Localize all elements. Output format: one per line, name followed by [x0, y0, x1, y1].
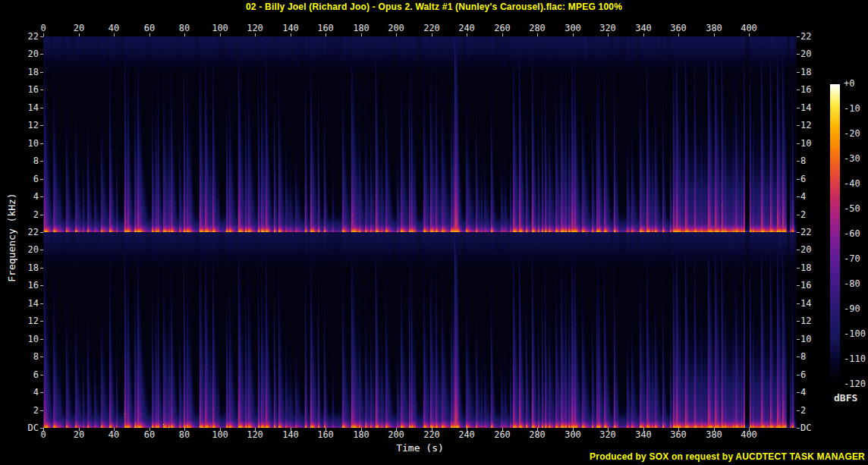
y-axis-tick-label: 18 [17, 263, 39, 273]
colorbar-tick-label: -120 [844, 379, 866, 389]
y-axis-tick [40, 375, 43, 375]
y-axis-tick [797, 125, 800, 126]
y-axis-tick-label: 12 [800, 316, 826, 326]
x-axis-tick-label: 360 [663, 24, 693, 33]
x-axis-tick [43, 33, 44, 36]
x-axis-tick-label: 80 [169, 430, 200, 440]
x-axis-tick [291, 33, 291, 36]
y-axis-tick-label: 10 [17, 139, 39, 149]
x-axis-tick [149, 33, 150, 36]
y-axis-tick [797, 215, 800, 215]
y-axis-tick [40, 285, 43, 286]
y-axis-tick [40, 303, 43, 304]
y-axis-tick [797, 108, 800, 108]
y-axis-tick [40, 36, 43, 37]
y-axis-tick-label: 4 [800, 192, 826, 202]
y-axis-tick [797, 54, 800, 55]
x-axis-tick-label: 320 [593, 430, 623, 440]
y-axis-tick [797, 268, 800, 269]
y-axis-tick-label: 10 [17, 335, 39, 344]
y-axis-tick-label: 4 [17, 192, 39, 202]
x-axis-tick [396, 33, 397, 36]
x-axis-tick-label: 20 [64, 24, 94, 33]
x-axis-tick-label: 280 [522, 430, 552, 440]
x-axis-tick-label: 140 [275, 24, 306, 33]
x-axis-tick-label: 120 [240, 24, 270, 33]
y-axis-tick-label: 22 [800, 32, 826, 42]
x-axis-tick [184, 33, 185, 36]
y-axis-tick-label: DC [17, 423, 39, 433]
y-axis-tick-label: 6 [17, 370, 39, 380]
y-axis-tick-label: 14 [17, 299, 39, 309]
y-axis-tick [40, 215, 43, 215]
y-axis-tick-label: 2 [800, 406, 826, 416]
y-axis-tick [40, 54, 43, 55]
x-axis-tick-label: 380 [699, 24, 729, 33]
x-axis-tick [432, 33, 432, 36]
y-axis-tick-label: 20 [800, 245, 826, 255]
y-axis-tick-label: 2 [17, 406, 39, 416]
y-axis-tick [40, 428, 43, 429]
x-axis-tick-label: 360 [663, 430, 693, 440]
x-axis-tick [467, 33, 467, 36]
y-axis-tick [797, 375, 800, 375]
y-axis-tick-label: 12 [800, 121, 826, 130]
x-axis-tick-label: 220 [417, 24, 447, 33]
x-axis-tick-label: 260 [487, 430, 517, 440]
colorbar-tick-label: -90 [844, 304, 860, 314]
y-axis-tick [40, 357, 43, 357]
y-axis-tick-label: 4 [17, 388, 39, 397]
x-axis-tick [573, 33, 574, 36]
colorbar-tick-label: -50 [844, 204, 860, 214]
x-axis-tick-label: 140 [275, 430, 306, 440]
x-axis-tick-label: 260 [487, 24, 517, 33]
sox-spectrogram-image: 02 - Billy Joel (Richard Joo) - Opus 2. … [0, 0, 868, 465]
y-axis-tick [797, 303, 800, 304]
y-axis-tick-label: DC [800, 423, 826, 433]
x-axis-tick-label: 300 [558, 24, 588, 33]
x-axis-tick-label: 340 [628, 24, 659, 33]
y-axis-tick-label: 8 [800, 156, 826, 166]
y-axis-tick [797, 250, 800, 250]
y-axis-tick-label: 14 [800, 103, 826, 113]
colorbar-tick-label: +0 [844, 79, 854, 89]
colorbar-tick-label: -40 [844, 179, 860, 189]
y-axis-tick [797, 72, 800, 73]
y-axis-tick [797, 321, 800, 322]
y-axis-tick-label: 6 [17, 174, 39, 184]
y-axis-tick-label: 12 [17, 316, 39, 326]
colorbar-tick-label: -70 [844, 254, 860, 264]
x-axis-tick-label: 280 [522, 24, 552, 33]
y-axis-tick [797, 143, 800, 144]
y-axis-tick-label: 18 [800, 68, 826, 77]
y-axis-tick [797, 36, 800, 37]
y-axis-tick [40, 232, 43, 233]
x-axis-tick-label: 180 [346, 430, 376, 440]
y-axis-tick [797, 285, 800, 286]
y-axis-tick-label: 16 [17, 281, 39, 291]
y-axis-tick-label: 4 [800, 388, 826, 397]
y-axis-tick [797, 392, 800, 393]
y-axis-tick [797, 161, 800, 162]
x-axis-tick-label: 200 [381, 430, 411, 440]
y-axis-tick-label: 20 [800, 49, 826, 59]
x-axis-tick-label: 40 [99, 430, 129, 440]
x-axis-tick-label: 120 [240, 430, 270, 440]
y-axis-tick [797, 196, 800, 197]
y-axis-tick [797, 357, 800, 357]
x-axis-tick [537, 33, 538, 36]
y-axis-tick [40, 392, 43, 393]
y-axis-tick-label: 14 [800, 299, 826, 309]
x-axis-tick-label: 380 [699, 430, 729, 440]
spectrogram-canvas-channel-2 [43, 232, 797, 428]
x-axis-tick-label: 240 [451, 24, 482, 33]
x-axis-tick [361, 33, 362, 36]
x-axis-tick-label: 320 [593, 24, 623, 33]
x-axis-tick [255, 33, 256, 36]
y-axis-tick-label: 16 [800, 281, 826, 291]
x-axis-tick-label: 100 [205, 430, 235, 440]
x-axis-tick-label: 20 [64, 430, 94, 440]
x-axis-tick [114, 33, 115, 36]
y-axis-title: Frequency (kHz) [6, 193, 17, 281]
x-axis-tick [326, 33, 326, 36]
